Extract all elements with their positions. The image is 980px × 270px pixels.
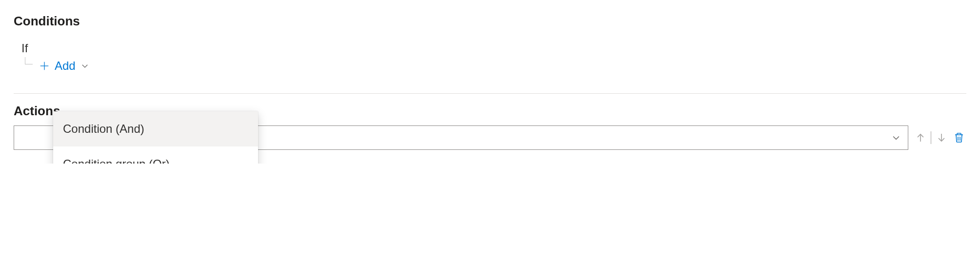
add-button-label: Add — [55, 59, 76, 73]
conditions-body: If Add — [14, 42, 966, 74]
plus-icon — [39, 61, 50, 71]
add-condition-dropdown: Condition (And) Condition group (Or) — [53, 111, 258, 164]
delete-button[interactable] — [952, 130, 966, 145]
if-label: If — [21, 42, 966, 55]
move-down-button[interactable] — [934, 130, 949, 145]
conditions-heading: Conditions — [14, 14, 966, 29]
dropdown-item-condition-and[interactable]: Condition (And) — [53, 111, 258, 146]
add-condition-button[interactable]: Add — [37, 58, 91, 74]
tree-connector-icon — [23, 62, 33, 70]
chevron-down-icon — [891, 133, 901, 143]
chevron-down-icon — [80, 62, 89, 70]
move-up-button[interactable] — [913, 130, 928, 145]
action-controls — [913, 130, 966, 145]
dropdown-item-condition-group-or[interactable]: Condition group (Or) — [53, 146, 258, 164]
section-divider — [14, 93, 966, 94]
divider-vertical — [931, 131, 931, 144]
